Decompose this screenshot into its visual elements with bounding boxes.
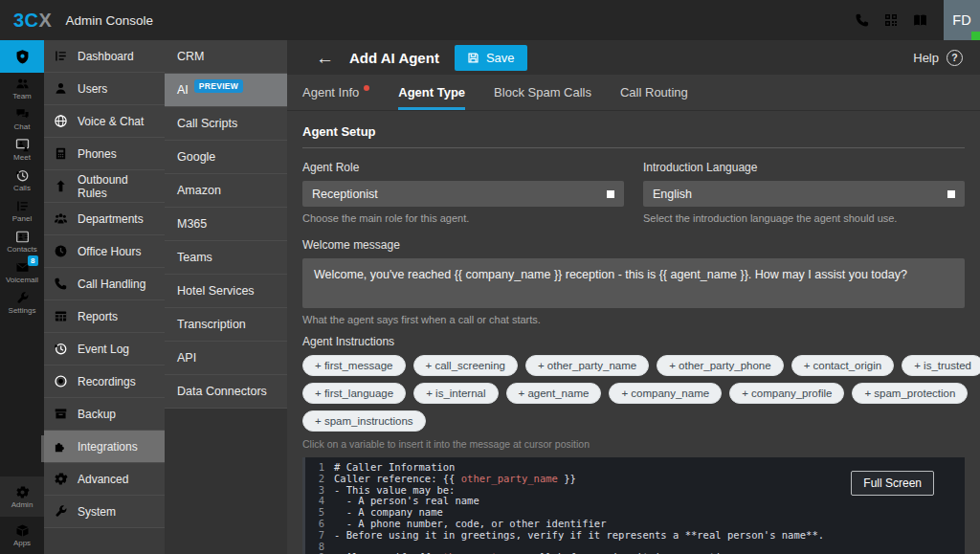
sidebar-item-office-hours[interactable]: Office Hours <box>44 235 165 268</box>
sidebar-item-advanced[interactable]: Advanced <box>44 463 165 496</box>
wrench-icon <box>54 504 69 519</box>
rail-item-contacts[interactable]: Contacts <box>0 226 44 256</box>
back-arrow-icon[interactable]: ← <box>316 49 334 67</box>
people-group-icon <box>54 211 69 226</box>
rail-item-calls[interactable]: Calls <box>0 165 44 195</box>
rail-item-apps[interactable]: Apps <box>0 517 44 553</box>
sidebar-item-system[interactable]: System <box>44 496 165 528</box>
sidebar-item-event-log[interactable]: Event Log <box>44 333 165 366</box>
agent-instructions-field: Agent Instructions + first_message + cal… <box>302 335 965 457</box>
rail-item-settings[interactable]: Settings <box>0 287 44 318</box>
wrench-icon <box>15 291 30 305</box>
chat-icon <box>15 107 30 122</box>
submenu-item-m365[interactable]: M365 <box>165 208 287 241</box>
welcome-message-input[interactable]: Welcome, you've reached {{ company_name … <box>302 258 965 308</box>
voicemail-badge: 8 <box>28 255 37 266</box>
agent-role-select[interactable]: Receptionist <box>302 181 624 207</box>
save-button[interactable]: Save <box>455 45 527 71</box>
sidebar-item-recordings[interactable]: Recordings <box>44 366 165 398</box>
variable-chip[interactable]: + other_party_name <box>525 355 649 376</box>
variable-chip[interactable]: + company_name <box>609 383 722 404</box>
rail-item-chat[interactable]: Chat <box>0 103 44 134</box>
variables-hint: Click on a variable to insert it into th… <box>302 438 965 450</box>
tab-agent-info[interactable]: Agent Info <box>302 75 369 110</box>
panel-icon <box>15 199 30 213</box>
top-bar: 3CX Admin Console FD <box>0 0 980 40</box>
agent-setup-form: Agent Setup Agent Role Receptionist Choo… <box>287 111 980 554</box>
preview-badge: PREVIEW <box>194 79 243 93</box>
tab-agent-type[interactable]: Agent Type <box>398 75 465 110</box>
tab-call-routing[interactable]: Call Routing <box>620 75 688 110</box>
sidebar-item-integrations[interactable]: Integrations <box>44 431 165 463</box>
variable-chips-row-1: + first_message + call_screening + other… <box>302 355 965 376</box>
agent-role-field: Agent Role Receptionist Choose the main … <box>302 161 624 224</box>
page-header: ← Add AI Agent Save Help ? <box>287 40 980 75</box>
sidebar-item-backup[interactable]: Backup <box>44 398 165 431</box>
main-panel: ← Add AI Agent Save Help ? Agent Info Ag… <box>287 40 980 554</box>
puzzle-icon <box>54 439 69 454</box>
logo-x: X <box>39 10 53 32</box>
rail-item-admin-console[interactable] <box>0 40 44 73</box>
instructions-code-editor[interactable]: 1# Caller Information 2Caller reference:… <box>302 457 965 554</box>
submenu-item-call-scripts[interactable]: Call Scripts <box>165 107 287 141</box>
rail-item-meet[interactable]: Meet <box>0 134 44 165</box>
phone-icon[interactable] <box>848 0 877 40</box>
globe-icon <box>54 114 69 128</box>
variable-chip[interactable]: + call_screening <box>413 355 518 376</box>
submenu-item-data-connectors[interactable]: Data Connectors <box>165 375 287 409</box>
submenu-item-teams[interactable]: Teams <box>165 241 287 275</box>
qr-code-icon[interactable] <box>877 0 905 40</box>
sidebar-item-users[interactable]: Users <box>44 73 165 105</box>
submenu-item-amazon[interactable]: Amazon <box>165 174 287 208</box>
variable-chip[interactable]: + spam_protection <box>852 383 968 404</box>
3cx-logo: 3CX <box>13 10 52 32</box>
save-icon <box>467 52 479 64</box>
docs-book-icon[interactable] <box>905 0 934 40</box>
rail-item-voicemail[interactable]: 8 Voicemail <box>0 256 44 287</box>
rail-item-team[interactable]: Team <box>0 73 44 103</box>
variable-chip[interactable]: + is_internal <box>413 383 498 404</box>
help-link[interactable]: Help ? <box>913 50 963 66</box>
envelope-icon: 8 <box>15 260 30 275</box>
section-title: Agent Setup <box>302 124 965 148</box>
variable-chip[interactable]: + is_trusted <box>902 355 980 376</box>
rail-scrollbar[interactable] <box>41 435 44 462</box>
submenu-item-transcription[interactable]: Transcription <box>165 308 287 342</box>
rail-item-panel[interactable]: Panel <box>0 195 44 226</box>
variable-chip[interactable]: + first_language <box>302 383 406 404</box>
sidebar-item-voice-chat[interactable]: Voice & Chat <box>44 105 165 138</box>
dropdown-indicator-icon <box>947 190 955 198</box>
avatar[interactable]: FD <box>944 0 980 40</box>
variable-chip[interactable]: + company_profile <box>729 383 844 404</box>
rail-item-admin[interactable]: Admin <box>0 476 44 517</box>
submenu-item-crm[interactable]: CRM <box>165 40 287 74</box>
sidebar-item-phones[interactable]: Phones <box>44 138 165 170</box>
sidebar-item-dashboard[interactable]: Dashboard <box>44 40 165 73</box>
team-icon <box>15 77 30 91</box>
variable-chip[interactable]: + first_message <box>302 355 406 376</box>
submenu-item-google[interactable]: Google <box>165 141 287 174</box>
variable-chip[interactable]: + spam_instructions <box>302 410 426 432</box>
submenu-item-hotel-services[interactable]: Hotel Services <box>165 275 287 308</box>
variable-chip[interactable]: + contact_origin <box>791 355 895 376</box>
sidebar-item-call-handling[interactable]: Call Handling <box>44 268 165 300</box>
help-question-icon: ? <box>947 50 963 66</box>
archive-icon <box>54 407 69 421</box>
admin-console-icon <box>14 49 31 65</box>
sidebar-item-outbound-rules[interactable]: Outbound Rules <box>44 170 165 203</box>
variable-chip[interactable]: + agent_name <box>506 383 602 404</box>
variable-chip[interactable]: + other_party_phone <box>657 355 783 376</box>
sidebar-item-reports[interactable]: Reports <box>44 300 165 333</box>
submenu-item-ai[interactable]: AIPREVIEW <box>165 74 287 107</box>
submenu-item-api[interactable]: API <box>165 342 287 375</box>
sidebar-item-departments[interactable]: Departments <box>44 203 165 235</box>
introduction-language-label: Introduction Language <box>643 161 965 174</box>
admin-sidebar: Dashboard Users Voice & Chat Phones Outb… <box>44 40 165 554</box>
logo-3c: 3C <box>13 10 39 32</box>
tab-block-spam-calls[interactable]: Block Spam Calls <box>494 75 591 110</box>
full-screen-button[interactable]: Full Screen <box>851 471 934 496</box>
welcome-message-label: Welcome message <box>302 238 965 252</box>
presence-indicator <box>971 32 980 40</box>
introduction-language-field: Introduction Language English Select the… <box>643 161 965 224</box>
introduction-language-select[interactable]: English <box>643 181 965 207</box>
